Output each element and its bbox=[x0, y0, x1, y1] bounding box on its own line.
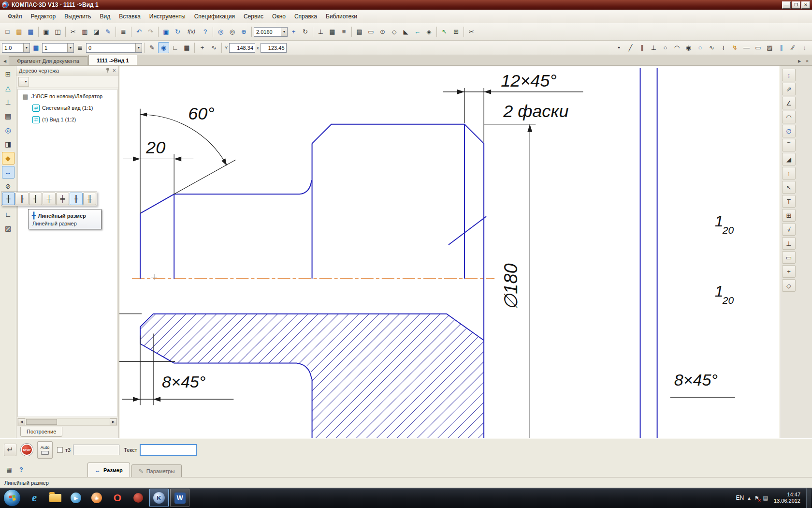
linear-arc-icon[interactable]: ╫ bbox=[83, 193, 96, 205]
geometry-panel-icon[interactable]: ⊞ bbox=[2, 68, 14, 80]
zoom-frame-icon[interactable]: ◎ bbox=[227, 26, 238, 37]
corner-icon[interactable]: ∟ bbox=[2, 208, 14, 221]
help-icon[interactable]: ? bbox=[16, 464, 27, 475]
menu-item[interactable]: Справка bbox=[290, 11, 321, 22]
arc-dim-icon[interactable]: ◠ bbox=[782, 111, 796, 123]
sep[interactable] bbox=[144, 43, 145, 53]
t3-field[interactable] bbox=[73, 445, 119, 455]
brush-icon[interactable]: ✎ bbox=[102, 26, 114, 37]
ortho-icon[interactable]: ⊥ bbox=[315, 26, 326, 37]
menu-item[interactable]: Вид bbox=[96, 11, 115, 22]
scroll-right-icon[interactable]: ▶ bbox=[110, 418, 117, 425]
view-grid-icon[interactable]: ▦ bbox=[30, 42, 42, 53]
assoc-icon[interactable]: ≡ bbox=[338, 26, 349, 37]
snap-grid-icon[interactable]: ▦ bbox=[327, 26, 338, 37]
insert-view-icon[interactable]: ◈ bbox=[423, 26, 435, 37]
copy-icon[interactable]: ▥ bbox=[79, 26, 90, 37]
show-desktop-button[interactable] bbox=[806, 488, 811, 508]
scrollbar-thumb[interactable] bbox=[26, 419, 57, 425]
rectangle-icon[interactable]: ▭ bbox=[753, 42, 764, 53]
text-tool-icon[interactable]: T bbox=[782, 195, 796, 208]
new-icon[interactable]: □ bbox=[2, 26, 13, 37]
taskbar-explorer-icon[interactable] bbox=[45, 489, 65, 507]
slope-icon[interactable]: ◣ bbox=[400, 26, 411, 37]
point-snap-checkbox[interactable] bbox=[57, 447, 63, 453]
lightning-icon[interactable]: ↯ bbox=[729, 42, 740, 53]
taskbar-opera-icon[interactable]: O bbox=[108, 489, 127, 507]
context-help-icon[interactable]: ? bbox=[200, 26, 211, 37]
taskbar-kompas-icon[interactable]: K bbox=[149, 489, 169, 507]
sep[interactable] bbox=[213, 27, 213, 37]
pan-icon[interactable]: + bbox=[288, 26, 299, 37]
dimension-tool-icon[interactable]: ↔ bbox=[2, 166, 14, 179]
sep[interactable] bbox=[116, 27, 116, 37]
tab-postroenie[interactable]: Построение bbox=[20, 427, 62, 437]
text-field[interactable] bbox=[140, 444, 197, 456]
snap-icon[interactable]: ⊥ bbox=[2, 96, 14, 108]
tab-razmer[interactable]: ↔ Размер bbox=[87, 463, 130, 477]
tree-item-system-view[interactable]: Системный вид (1:1) bbox=[18, 102, 117, 114]
diamond-icon[interactable]: ◇ bbox=[389, 26, 400, 37]
tab-parametry[interactable]: ✎ Параметры bbox=[131, 464, 182, 477]
hatch-tool-icon[interactable]: ▨ bbox=[2, 222, 14, 235]
oblique-dim-icon[interactable]: ⇗ bbox=[782, 83, 796, 95]
style-icon[interactable]: ✎ bbox=[146, 42, 158, 53]
sep[interactable] bbox=[158, 27, 159, 37]
linear-chain-icon[interactable]: ┼ bbox=[43, 193, 56, 205]
radius-dim-icon[interactable]: ⌒ bbox=[782, 139, 796, 151]
menu-item[interactable]: Сервис bbox=[240, 11, 267, 22]
menu-item[interactable]: Инструменты bbox=[145, 11, 189, 22]
menu-item[interactable]: Редактор bbox=[27, 11, 60, 22]
print-icon[interactable]: ▣ bbox=[41, 26, 52, 37]
tree-horizontal-scrollbar[interactable]: ◀ ▶ bbox=[17, 418, 117, 426]
note-icon[interactable]: ▭ bbox=[365, 26, 377, 37]
menu-item[interactable]: Библиотеки bbox=[322, 11, 361, 22]
sep[interactable] bbox=[194, 43, 195, 53]
trim-icon[interactable]: ✂ bbox=[466, 26, 477, 37]
centerline-icon[interactable]: + bbox=[782, 265, 796, 278]
arrow-left-icon[interactable]: ← bbox=[412, 26, 423, 37]
linear-to-line-icon[interactable]: ┨ bbox=[29, 193, 42, 205]
start-button[interactable] bbox=[3, 489, 21, 507]
open-icon[interactable]: ▤ bbox=[14, 26, 25, 37]
grid-icon[interactable]: ▦ bbox=[181, 42, 192, 53]
sep[interactable] bbox=[351, 27, 352, 37]
rotate-icon[interactable]: ↻ bbox=[300, 26, 311, 37]
clock[interactable]: 14:47 13.06.2012 bbox=[774, 492, 800, 504]
taskbar-word-icon[interactable]: W bbox=[170, 489, 189, 507]
save-icon[interactable]: ▦ bbox=[25, 26, 36, 37]
layer-combo[interactable]: 0 ▼ bbox=[86, 43, 142, 53]
diameter-icon[interactable]: ⊘ bbox=[2, 180, 14, 193]
tree-item-root[interactable]: J:\ВСЕ по новому\Лаборатор bbox=[18, 90, 117, 102]
layers-icon[interactable]: ≣ bbox=[74, 42, 86, 53]
menu-item[interactable]: Вставка bbox=[115, 11, 145, 22]
survey-icon[interactable]: ◨ bbox=[2, 138, 14, 150]
parallel-icon[interactable]: ∥ bbox=[637, 42, 648, 53]
height-dim-icon[interactable]: ↑ bbox=[782, 167, 796, 179]
linear-base-icon[interactable]: ╪ bbox=[56, 193, 69, 205]
tree-close-icon[interactable]: ✕ bbox=[112, 68, 116, 73]
circle-tool-icon[interactable]: ◎ bbox=[2, 124, 14, 136]
auto-create-button[interactable]: Auto bbox=[37, 441, 53, 459]
sep[interactable] bbox=[313, 27, 313, 37]
tab-scroll-left-icon[interactable]: ◀ bbox=[1, 57, 9, 65]
sep[interactable] bbox=[221, 43, 222, 53]
pin-icon[interactable] bbox=[105, 67, 110, 74]
spline-icon[interactable]: ∿ bbox=[706, 42, 717, 53]
taskbar-ie-icon[interactable]: e bbox=[25, 489, 44, 507]
fx-icon[interactable]: f(x) bbox=[184, 26, 199, 37]
round-icon[interactable]: ⊙ bbox=[377, 26, 388, 37]
menu-item[interactable]: Выделить bbox=[60, 11, 95, 22]
sheet-icon[interactable]: ▤ bbox=[2, 110, 14, 122]
table-tool-icon[interactable]: ⊞ bbox=[782, 209, 796, 222]
chevron-down-icon[interactable]: ▼ bbox=[67, 44, 73, 52]
taskbar-media-icon[interactable]: ◉ bbox=[87, 489, 106, 507]
zoom-in-icon[interactable]: ◎ bbox=[215, 26, 226, 37]
tree-item-view1[interactable]: (т) Вид 1 (1:2) bbox=[18, 114, 117, 125]
chevron-down-icon[interactable]: ▼ bbox=[281, 28, 287, 36]
maximize-button[interactable]: ❐ bbox=[792, 1, 800, 9]
tab-close-icon[interactable]: ✕ bbox=[803, 57, 811, 65]
table-icon[interactable]: ⊞ bbox=[450, 26, 462, 37]
stop-command-button[interactable]: STOP bbox=[21, 444, 33, 456]
sep[interactable] bbox=[131, 27, 131, 37]
